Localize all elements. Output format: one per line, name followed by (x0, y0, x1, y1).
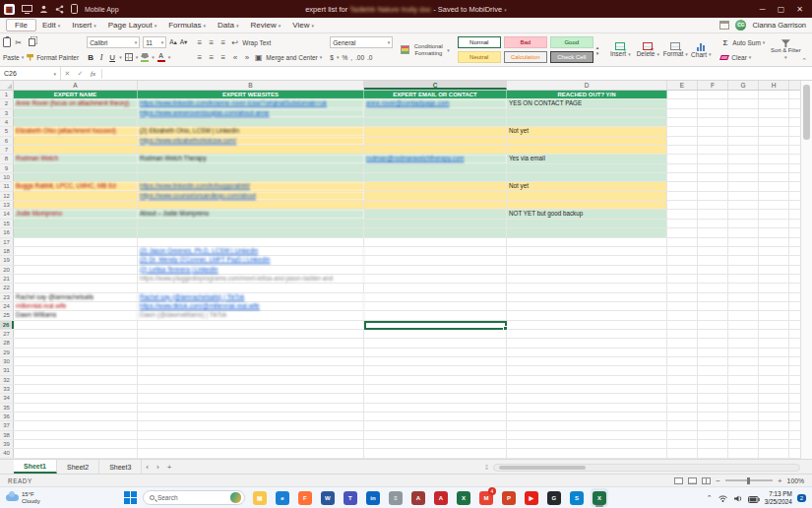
row-header-2[interactable]: 2 (0, 99, 14, 107)
cell-F23[interactable] (698, 293, 728, 301)
page-layout-view-icon[interactable] (688, 477, 697, 484)
cell-B16[interactable] (138, 228, 364, 236)
cell-E1[interactable] (667, 91, 698, 98)
horizontal-scrollbar[interactable] (493, 464, 800, 472)
cell-A35[interactable] (14, 404, 138, 412)
cell-G13[interactable] (728, 201, 759, 209)
cell-F38[interactable] (698, 431, 728, 439)
cell-E36[interactable] (667, 413, 698, 420)
cell-F15[interactable] (698, 220, 728, 227)
cell-F19[interactable] (698, 256, 728, 264)
cell-A30[interactable] (14, 357, 138, 365)
menu-insert[interactable]: Insert▾ (66, 20, 102, 31)
cell-H22[interactable] (759, 284, 789, 291)
taskbar-file-explorer[interactable]: ▤ (251, 488, 269, 507)
autosum-button[interactable]: Auto Sum▾ (732, 39, 765, 46)
cell-B35[interactable] (138, 404, 364, 412)
cell-G10[interactable] (728, 173, 759, 181)
cell-D20[interactable] (507, 266, 667, 274)
cell-A2[interactable]: Anne Rover (focus on attachment theory) (14, 99, 138, 107)
row-header-7[interactable]: 7 (0, 146, 14, 154)
fill-color-button[interactable] (141, 53, 149, 62)
cell-H31[interactable] (759, 366, 789, 374)
bold-button[interactable]: B (87, 53, 94, 62)
taskbar-word[interactable]: W (319, 488, 337, 507)
cell-D12[interactable] (507, 192, 667, 200)
cell-F3[interactable] (698, 109, 728, 117)
row-header-21[interactable]: 21 (0, 275, 14, 283)
cell-E6[interactable] (667, 137, 698, 145)
cell-B18[interactable]: (2) Jason Greenes, Ph.D, LCSW | LinkedIn (138, 247, 364, 255)
cell-C36[interactable] (364, 413, 507, 420)
cell-D14[interactable]: NOT YET but good backup (507, 210, 667, 218)
cell-F27[interactable] (698, 330, 728, 338)
cell-G28[interactable] (728, 339, 759, 347)
cell-G12[interactable] (728, 192, 759, 200)
menu-review[interactable]: Review▾ (244, 20, 286, 31)
cell-B15[interactable] (138, 220, 364, 227)
conditional-formatting-button[interactable]: Conditional Formatting (411, 43, 445, 55)
row-header-23[interactable]: 23 (0, 293, 14, 301)
person-icon[interactable] (39, 0, 48, 18)
cell-D33[interactable] (507, 385, 667, 393)
cell-G6[interactable] (728, 137, 759, 145)
cell-H13[interactable] (759, 201, 789, 209)
cell-E4[interactable] (667, 118, 698, 126)
cell-F8[interactable] (698, 155, 728, 162)
cell-G24[interactable] (728, 302, 759, 310)
cell-H23[interactable] (759, 293, 789, 301)
align-right-button[interactable]: ≡ (219, 53, 227, 62)
cell-G17[interactable] (728, 238, 759, 246)
cell-A3[interactable] (14, 109, 138, 117)
cell-C20[interactable] (364, 266, 507, 274)
taskbar-gmail[interactable]: M4 (477, 488, 495, 507)
cell-F30[interactable] (698, 357, 728, 365)
chevron-down-icon[interactable]: ▾ (504, 7, 507, 13)
cell-E35[interactable] (667, 404, 698, 412)
decrease-decimal-button[interactable]: .0 (367, 54, 372, 61)
cell-F34[interactable] (698, 394, 728, 402)
cell-G2[interactable] (728, 99, 759, 107)
cell-G31[interactable] (728, 366, 759, 374)
cell-B5[interactable]: (2) Elizabeth Ohio, LCSW | LinkedIn (138, 127, 364, 135)
cell-B7[interactable] (138, 146, 364, 154)
clear-button[interactable]: Clear▾ (731, 54, 751, 61)
user-avatar[interactable]: CG (735, 20, 746, 31)
confirm-entry-button[interactable]: ✓ (74, 70, 87, 78)
taskbar-youtube[interactable]: ▶ (523, 488, 540, 507)
cell-E8[interactable] (667, 155, 698, 162)
cell-A24[interactable]: millennial.real.wife (14, 302, 138, 310)
cell-D26[interactable] (507, 321, 667, 329)
cell-G15[interactable] (728, 220, 759, 227)
align-bottom-button[interactable]: ≡ (219, 38, 227, 47)
cell-G36[interactable] (728, 413, 759, 420)
delete-cells-button[interactable]: Delete▾ (634, 42, 661, 57)
row-header-28[interactable]: 28 (0, 339, 14, 347)
cell-E34[interactable] (667, 394, 698, 402)
cell-H39[interactable] (759, 440, 789, 448)
cell-A31[interactable] (14, 366, 138, 374)
cell-G33[interactable] (728, 385, 759, 393)
row-header-16[interactable]: 16 (0, 228, 14, 236)
app-icon[interactable]: ▦ (4, 4, 15, 15)
cell-C30[interactable] (364, 357, 507, 365)
cell-F16[interactable] (698, 228, 728, 236)
cell-D22[interactable] (507, 284, 667, 291)
cell-A13[interactable] (14, 201, 138, 209)
row-header-33[interactable]: 33 (0, 385, 14, 393)
cell-F7[interactable] (698, 146, 728, 154)
cell-A11[interactable]: Buggs Rabbit, LPCC, LMHC, MB Ed (14, 182, 138, 190)
cell-E27[interactable] (667, 330, 698, 338)
cell-C19[interactable] (364, 256, 507, 264)
cell-E29[interactable] (667, 349, 698, 356)
cell-D10[interactable] (507, 173, 667, 181)
increase-font-button[interactable]: A▴ (169, 38, 177, 46)
italic-button[interactable]: I (97, 53, 105, 62)
vertical-scrollbar[interactable] (800, 81, 812, 459)
style-neutral[interactable]: Neutral (458, 51, 501, 63)
cell-G21[interactable] (728, 275, 759, 283)
menu-data[interactable]: Data▾ (212, 20, 244, 31)
cell-A33[interactable] (14, 385, 138, 393)
increase-indent-button[interactable]: » (242, 53, 251, 62)
cell-E17[interactable] (667, 238, 698, 246)
